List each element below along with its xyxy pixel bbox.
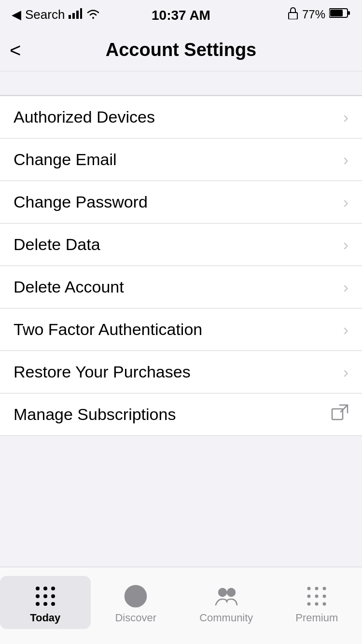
status-bar: ◀ Search 10:37 AM 77% (0, 0, 362, 29)
menu-item-change-email[interactable]: Change Email› (0, 139, 362, 181)
chevron-right-icon: › (343, 278, 348, 296)
svg-point-14 (51, 594, 55, 598)
menu-item-label-two-factor-auth: Two Factor Authentication (14, 320, 202, 339)
svg-point-20 (219, 588, 226, 596)
tab-label-community: Community (199, 612, 253, 624)
section-spacer (0, 71, 362, 96)
menu-item-label-delete-data: Delete Data (14, 235, 100, 254)
menu-item-authorized-devices[interactable]: Authorized Devices› (0, 96, 362, 139)
svg-rect-0 (69, 15, 71, 19)
menu-list: Authorized Devices›Change Email›Change P… (0, 96, 362, 436)
svg-point-13 (43, 594, 47, 598)
menu-item-manage-subscriptions[interactable]: Manage Subscriptions (0, 393, 362, 436)
page-title: Account Settings (106, 40, 256, 60)
menu-item-delete-account[interactable]: Delete Account› (0, 266, 362, 308)
premium-icon (304, 584, 329, 609)
chevron-right-icon: › (343, 363, 348, 381)
chevron-right-icon: › (343, 150, 348, 169)
svg-rect-4 (289, 13, 297, 19)
back-button[interactable]: < (10, 41, 21, 60)
menu-item-two-factor-auth[interactable]: Two Factor Authentication› (0, 308, 362, 351)
carrier-label: Search (25, 7, 65, 22)
menu-item-restore-purchases[interactable]: Restore Your Purchases› (0, 351, 362, 393)
svg-point-27 (323, 595, 326, 598)
signal-bars-icon (69, 7, 82, 22)
svg-point-30 (323, 602, 326, 606)
external-link-icon (331, 404, 348, 425)
tab-bar: Today Discover Community Premium (0, 567, 362, 644)
tab-label-today: Today (30, 612, 60, 624)
battery-percentage: 77% (302, 8, 325, 21)
status-right: 77% (288, 7, 350, 22)
chevron-right-icon: › (343, 320, 348, 339)
back-arrow-indicator: ◀ (12, 7, 21, 22)
svg-point-28 (307, 602, 311, 606)
svg-point-23 (315, 587, 319, 590)
discover-icon (123, 584, 148, 609)
menu-item-change-password[interactable]: Change Password› (0, 181, 362, 224)
svg-point-17 (51, 602, 55, 606)
svg-point-26 (315, 595, 319, 598)
nav-header: < Account Settings (0, 29, 362, 71)
tab-community[interactable]: Community (181, 576, 272, 629)
tab-label-discover: Discover (115, 612, 156, 624)
menu-item-label-change-password: Change Password (14, 193, 148, 211)
chevron-right-icon: › (343, 108, 348, 126)
svg-point-12 (36, 594, 40, 598)
svg-point-21 (227, 588, 235, 596)
battery-icon (329, 8, 350, 21)
svg-point-25 (307, 595, 311, 598)
svg-rect-2 (76, 11, 79, 19)
svg-rect-1 (72, 13, 75, 19)
lock-icon (288, 7, 298, 22)
tab-today[interactable]: Today (0, 576, 91, 629)
svg-rect-7 (348, 11, 350, 15)
menu-item-label-manage-subscriptions: Manage Subscriptions (14, 405, 176, 424)
svg-point-16 (43, 602, 47, 606)
status-time: 10:37 AM (152, 8, 210, 23)
today-icon (33, 584, 58, 609)
menu-item-label-delete-account: Delete Account (14, 278, 124, 296)
chevron-right-icon: › (343, 193, 348, 211)
tab-label-premium: Premium (295, 612, 338, 624)
svg-point-9 (36, 587, 40, 590)
menu-item-delete-data[interactable]: Delete Data› (0, 224, 362, 266)
menu-item-label-change-email: Change Email (14, 150, 117, 169)
community-icon (214, 584, 239, 609)
main-content: Authorized Devices›Change Email›Change P… (0, 71, 362, 609)
wifi-icon (86, 7, 100, 22)
svg-point-29 (315, 602, 319, 606)
svg-rect-6 (330, 10, 343, 16)
tab-discover[interactable]: Discover (91, 576, 181, 629)
svg-point-24 (323, 587, 326, 590)
status-left: ◀ Search (12, 7, 100, 22)
svg-point-11 (51, 587, 55, 590)
svg-point-22 (307, 587, 311, 590)
svg-point-10 (43, 587, 47, 590)
svg-rect-3 (80, 8, 82, 19)
chevron-right-icon: › (343, 235, 348, 254)
svg-point-15 (36, 602, 40, 606)
menu-item-label-authorized-devices: Authorized Devices (14, 108, 155, 126)
svg-rect-8 (332, 409, 343, 420)
tab-premium[interactable]: Premium (272, 576, 362, 629)
menu-item-label-restore-purchases: Restore Your Purchases (14, 363, 191, 381)
